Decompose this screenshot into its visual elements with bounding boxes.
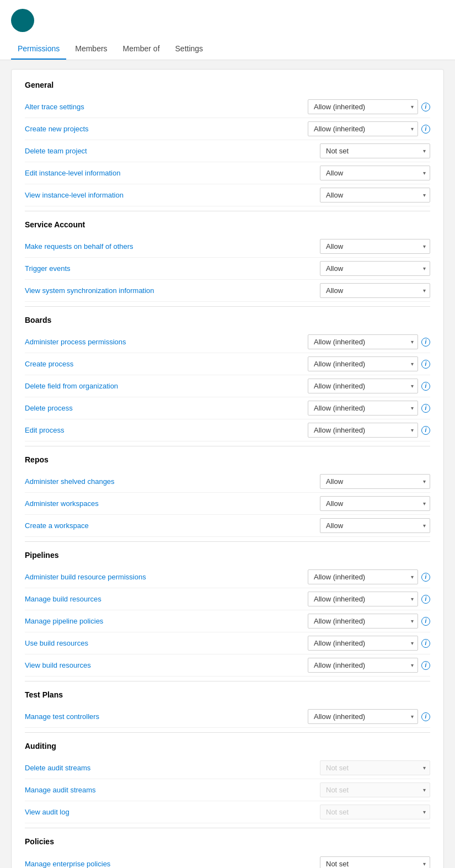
permission-control: Not setAllowAllow (inherited)DenyDeny (i… (320, 283, 430, 298)
permission-row: Delete audit streamsNot setAllowAllow (i… (25, 757, 430, 779)
permission-label-pipelines-3: Use build resources (25, 639, 308, 647)
permission-select-service-account-2[interactable]: Not setAllowAllow (inherited)DenyDeny (i… (320, 283, 430, 298)
section-title-pipelines: Pipelines (25, 551, 430, 560)
section-divider (25, 211, 430, 211)
info-icon[interactable]: i (421, 404, 430, 413)
info-icon[interactable]: i (421, 712, 430, 721)
permission-select-repos-1[interactable]: Not setAllowAllow (inherited)DenyDeny (i… (320, 496, 430, 511)
permission-label-pipelines-2: Manage pipeline policies (25, 617, 308, 625)
permission-select-general-0[interactable]: Not setAllowAllow (inherited)DenyDeny (i… (308, 99, 418, 114)
permission-row: Edit instance-level informationNot setAl… (25, 162, 430, 184)
permission-select-pipelines-2[interactable]: Not setAllowAllow (inherited)DenyDeny (i… (308, 614, 418, 629)
permission-label-repos-0: Administer shelved changes (25, 477, 320, 486)
info-icon[interactable]: i (421, 573, 430, 582)
permission-row: Manage audit streamsNot setAllowAllow (i… (25, 779, 430, 801)
permission-label-policies-0: Manage enterprise policies (25, 860, 320, 868)
tab-permissions[interactable]: Permissions (11, 39, 66, 60)
permission-label-pipelines-1: Manage build resources (25, 595, 308, 603)
permission-control: Not setAllowAllow (inherited)DenyDeny (i… (308, 401, 430, 416)
info-icon[interactable]: i (421, 595, 430, 604)
info-icon[interactable]: i (421, 661, 430, 670)
permission-row: View build resourcesNot setAllowAllow (i… (25, 654, 430, 677)
section-divider (25, 681, 430, 681)
select-wrapper: Not setAllowAllow (inherited)DenyDeny (i… (320, 261, 430, 276)
section-divider (25, 541, 430, 542)
permission-select-general-2[interactable]: Not setAllowAllow (inherited)DenyDeny (i… (320, 143, 430, 158)
permission-label-test-plans-0: Manage test controllers (25, 712, 308, 721)
permission-select-pipelines-1[interactable]: Not setAllowAllow (inherited)DenyDeny (i… (308, 592, 418, 606)
info-icon[interactable]: i (421, 426, 430, 435)
permission-select-boards-2[interactable]: Not setAllowAllow (inherited)DenyDeny (i… (308, 379, 418, 393)
select-wrapper: Not setAllowAllow (inherited)DenyDeny (i… (320, 760, 430, 775)
permission-select-service-account-0[interactable]: Not setAllowAllow (inherited)DenyDeny (i… (320, 239, 430, 254)
permission-row: Administer process permissionsNot setAll… (25, 331, 430, 353)
permission-control: Not setAllowAllow (inherited)DenyDeny (i… (308, 636, 430, 651)
permission-select-boards-3[interactable]: Not setAllowAllow (inherited)DenyDeny (i… (308, 401, 418, 416)
permission-control: Not setAllowAllow (inherited)DenyDeny (i… (308, 592, 430, 606)
permission-row: View system synchronization informationN… (25, 280, 430, 302)
permission-label-auditing-1: Manage audit streams (25, 786, 320, 794)
permission-select-pipelines-0[interactable]: Not setAllowAllow (inherited)DenyDeny (i… (308, 569, 418, 584)
permission-select-auditing-1[interactable]: Not setAllowAllow (inherited)DenyDeny (i… (320, 782, 430, 797)
permission-control: Not setAllowAllow (inherited)DenyDeny (i… (320, 261, 430, 276)
select-wrapper: Not setAllowAllow (inherited)DenyDeny (i… (308, 423, 418, 438)
permission-select-general-1[interactable]: Not setAllowAllow (inherited)DenyDeny (i… (308, 121, 418, 136)
permission-control: Not setAllowAllow (inherited)DenyDeny (i… (320, 496, 430, 511)
select-wrapper: Not setAllowAllow (inherited)DenyDeny (i… (308, 636, 418, 651)
permission-select-auditing-0[interactable]: Not setAllowAllow (inherited)DenyDeny (i… (320, 760, 430, 775)
select-wrapper: Not setAllowAllow (inherited)DenyDeny (i… (308, 99, 418, 114)
info-icon[interactable]: i (421, 360, 430, 369)
permission-select-test-plans-0[interactable]: Not setAllowAllow (inherited)DenyDeny (i… (308, 709, 418, 724)
permission-control: Not setAllowAllow (inherited)DenyDeny (i… (320, 760, 430, 775)
permission-row: Administer workspacesNot setAllowAllow (… (25, 493, 430, 515)
permission-select-boards-0[interactable]: Not setAllowAllow (inherited)DenyDeny (i… (308, 334, 418, 349)
info-icon[interactable]: i (421, 338, 430, 347)
permission-select-boards-1[interactable]: Not setAllowAllow (inherited)DenyDeny (i… (308, 356, 418, 371)
permission-label-pipelines-4: View build resources (25, 661, 308, 669)
section-title-boards: Boards (25, 316, 430, 324)
permission-select-pipelines-3[interactable]: Not setAllowAllow (inherited)DenyDeny (i… (308, 636, 418, 651)
select-wrapper: Not setAllowAllow (inherited)DenyDeny (i… (308, 401, 418, 416)
tab-members[interactable]: Members (68, 39, 114, 60)
tab-member-of[interactable]: Member of (116, 39, 167, 60)
info-icon[interactable]: i (421, 382, 430, 391)
permission-select-general-4[interactable]: Not setAllowAllow (inherited)DenyDeny (i… (320, 188, 430, 203)
permission-label-general-0: Alter trace settings (25, 103, 308, 111)
permission-select-auditing-2[interactable]: Not setAllowAllow (inherited)DenyDeny (i… (320, 805, 430, 819)
permission-row: Create new projectsNot setAllowAllow (in… (25, 118, 430, 140)
permission-row: Create processNot setAllowAllow (inherit… (25, 353, 430, 375)
section-title-general: General (25, 81, 430, 89)
permission-label-pipelines-0: Administer build resource permissions (25, 573, 308, 581)
permission-select-general-3[interactable]: Not setAllowAllow (inherited)DenyDeny (i… (320, 166, 430, 180)
select-wrapper: Not setAllowAllow (inherited)DenyDeny (i… (320, 188, 430, 203)
permission-control: Not setAllowAllow (inherited)DenyDeny (i… (320, 188, 430, 203)
info-icon[interactable]: i (421, 103, 430, 111)
avatar (11, 9, 34, 32)
permission-select-boards-4[interactable]: Not setAllowAllow (inherited)DenyDeny (i… (308, 423, 418, 438)
tab-settings[interactable]: Settings (169, 39, 210, 60)
permission-select-repos-0[interactable]: Not setAllowAllow (inherited)DenyDeny (i… (320, 474, 430, 489)
permission-label-general-4: View instance-level information (25, 191, 320, 199)
permission-label-service-account-1: Trigger events (25, 264, 320, 273)
select-wrapper: Not setAllowAllow (inherited)DenyDeny (i… (320, 474, 430, 489)
permission-control: Not setAllowAllow (inherited)DenyDeny (i… (308, 379, 430, 393)
info-icon[interactable]: i (421, 617, 430, 626)
permission-select-pipelines-4[interactable]: Not setAllowAllow (inherited)DenyDeny (i… (308, 658, 418, 673)
section-divider (25, 732, 430, 733)
permission-select-repos-2[interactable]: Not setAllowAllow (inherited)DenyDeny (i… (320, 518, 430, 533)
permission-control: Not setAllowAllow (inherited)DenyDeny (i… (308, 423, 430, 438)
permission-control: Not setAllowAllow (inherited)DenyDeny (i… (320, 239, 430, 254)
permission-select-service-account-1[interactable]: Not setAllowAllow (inherited)DenyDeny (i… (320, 261, 430, 276)
permission-select-policies-0[interactable]: Not setAllowAllow (inherited)DenyDeny (i… (320, 856, 430, 869)
info-icon[interactable]: i (421, 639, 430, 648)
permission-control: Not setAllowAllow (inherited)DenyDeny (i… (308, 334, 430, 349)
select-wrapper: Not setAllowAllow (inherited)DenyDeny (i… (320, 239, 430, 254)
permission-row: Manage pipeline policiesNot setAllowAllo… (25, 610, 430, 632)
permission-row: Administer shelved changesNot setAllowAl… (25, 471, 430, 493)
permission-row: Edit processNot setAllowAllow (inherited… (25, 419, 430, 441)
permission-control: Not setAllowAllow (inherited)DenyDeny (i… (308, 709, 430, 724)
info-icon[interactable]: i (421, 125, 430, 134)
permission-label-service-account-2: View system synchronization information (25, 286, 320, 295)
permission-label-repos-2: Create a workspace (25, 521, 320, 530)
permission-control: Not setAllowAllow (inherited)DenyDeny (i… (308, 569, 430, 584)
